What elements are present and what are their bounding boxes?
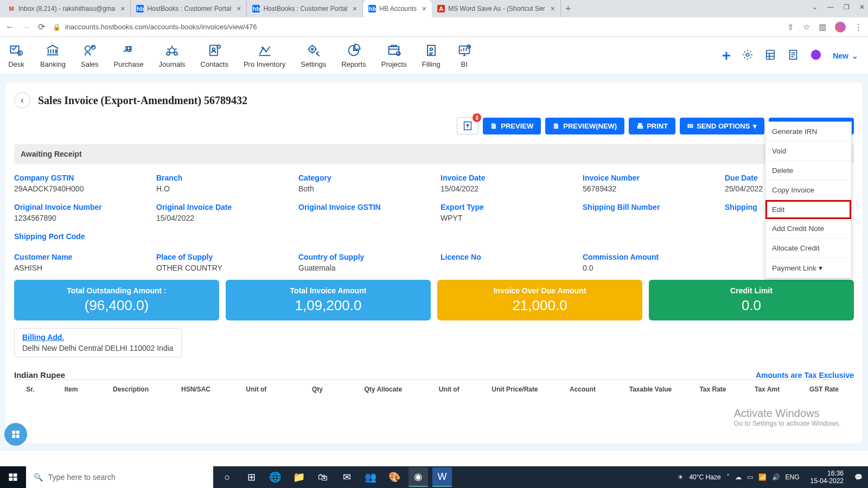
weather-text[interactable]: 40°C Haze	[689, 473, 720, 481]
close-icon[interactable]: ×	[120, 4, 125, 13]
taskbar-clock[interactable]: 16:36 15-04-2022	[805, 470, 849, 485]
tab-hostbooks-2[interactable]: hb HostBooks : Customer Portal ×	[247, 0, 363, 17]
nav-settings[interactable]: Settings	[301, 43, 326, 68]
nav-reports[interactable]: Reports	[341, 43, 366, 68]
close-icon[interactable]: ×	[551, 4, 555, 13]
start-button[interactable]	[0, 466, 26, 488]
sales-icon	[81, 43, 98, 58]
close-window-icon[interactable]: ✕	[859, 3, 865, 11]
tab-hostbooks-1[interactable]: hb HostBooks : Customer Portal ×	[131, 0, 247, 17]
nav-purchase[interactable]: Purchase	[114, 43, 144, 68]
volume-icon[interactable]: 🔊	[772, 473, 780, 481]
menu-delete[interactable]: Delete	[765, 161, 851, 181]
battery-icon[interactable]: ▭	[747, 473, 753, 481]
field-branch: BranchH.O	[156, 174, 285, 193]
tray-up-icon[interactable]: ˄	[726, 473, 730, 481]
menu-payment-link[interactable]: Payment Link ▾	[765, 258, 851, 278]
nav-banking[interactable]: Banking	[40, 43, 66, 68]
svg-point-5	[169, 48, 174, 53]
attachment-badge: 0	[473, 113, 481, 122]
nav-projects[interactable]: Projects	[381, 43, 407, 68]
new-dropdown[interactable]: New ⌄	[833, 52, 858, 60]
explorer-icon[interactable]: 📁	[289, 467, 309, 487]
lang-indicator[interactable]: ENG	[786, 473, 800, 481]
document-icon[interactable]	[787, 49, 799, 63]
mail-icon[interactable]: ✉	[337, 467, 356, 487]
taskbar-search[interactable]: 🔍 Type here to search	[26, 466, 213, 488]
reading-list-icon[interactable]: ▥	[819, 22, 826, 32]
wifi-icon[interactable]: 📶	[758, 473, 767, 481]
forward-icon[interactable]: →	[22, 22, 30, 32]
new-badge-icon[interactable]	[810, 49, 822, 63]
store-icon[interactable]: 🛍	[313, 467, 333, 487]
dropdown-icon[interactable]: ⌄	[812, 3, 818, 11]
kebab-menu-icon[interactable]: ⋮	[854, 22, 863, 32]
system-tray: ☀ 40°C Haze ˄ ☁ ▭ 📶 🔊 ENG 16:36 15-04-20…	[672, 470, 868, 485]
cortana-icon[interactable]: ○	[218, 467, 237, 487]
back-icon[interactable]: ←	[5, 22, 14, 32]
windows-icon	[8, 472, 18, 482]
close-icon[interactable]: ×	[422, 4, 426, 13]
share-icon[interactable]: ⇪	[787, 22, 794, 32]
close-icon[interactable]: ×	[353, 4, 357, 13]
menu-edit[interactable]: Edit	[765, 200, 851, 219]
field-orig-invoice-number: Original Invoice Number1234567890	[14, 203, 143, 222]
reload-icon[interactable]: ⟳	[38, 22, 45, 32]
tab-hb-accounts[interactable]: hb HB Accounts ×	[363, 0, 432, 17]
search-icon: 🔍	[34, 473, 43, 481]
nav-label: Contacts	[201, 60, 228, 68]
nav-label: Journals	[158, 60, 185, 68]
nav-contacts[interactable]: Contacts	[201, 43, 228, 68]
nav-desk[interactable]: Desk	[8, 43, 25, 68]
send-options-button[interactable]: ✉ SEND OPTIONS ▾	[680, 118, 764, 134]
field-invoice-number: Invoice Number56789432	[583, 174, 712, 193]
nav-pro-inventory[interactable]: Pro Inventory	[244, 43, 285, 68]
summary-row: Total Outstanding Amount : (96,400.0) To…	[14, 280, 854, 320]
preview-button[interactable]: 🗎 PREVIEW	[483, 118, 541, 134]
svg-rect-28	[9, 473, 13, 477]
nav-filling[interactable]: Filling	[422, 43, 441, 68]
app-toolbar: Desk Banking Sales Purchase Journals Con…	[0, 37, 868, 75]
calculator-icon[interactable]	[764, 49, 776, 63]
tab-word-save[interactable]: A MS Word Save As - (Shortcut Ser ×	[432, 0, 561, 17]
menu-copy-invoice[interactable]: Copy Invoice	[765, 181, 851, 200]
page-back-button[interactable]: ‹	[14, 92, 30, 108]
onedrive-icon[interactable]: ☁	[735, 473, 742, 481]
notifications-icon[interactable]: 💬	[854, 473, 863, 481]
minimize-icon[interactable]: ―	[827, 3, 834, 11]
gear-icon[interactable]	[742, 49, 754, 63]
weather-icon[interactable]: ☀	[678, 473, 684, 481]
profile-avatar[interactable]	[835, 22, 846, 33]
teams-icon[interactable]: 👥	[361, 467, 380, 487]
nav-journals[interactable]: Journals	[158, 43, 185, 68]
paint-icon[interactable]: 🎨	[385, 467, 404, 487]
preview-new-button[interactable]: 🗎 PREVIEW(NEW)	[545, 118, 624, 134]
nav-bi[interactable]: BI	[456, 43, 473, 68]
tab-gmail[interactable]: M Inbox (8,214) - rakshithasu@gma ×	[2, 0, 131, 17]
close-icon[interactable]: ×	[237, 4, 241, 13]
nav-label: Banking	[40, 60, 66, 68]
bi-icon	[456, 43, 473, 58]
menu-add-credit-note[interactable]: Add Credit Note	[765, 219, 851, 239]
svg-rect-29	[14, 473, 17, 477]
chrome-icon[interactable]: ◉	[409, 467, 428, 487]
menu-void[interactable]: Void	[765, 142, 851, 161]
print-icon: 🖶	[636, 122, 643, 130]
nav-sales[interactable]: Sales	[81, 43, 99, 68]
menu-generate-irn[interactable]: Generate IRN	[765, 122, 851, 142]
new-label: New	[833, 52, 848, 60]
maximize-icon[interactable]: ❐	[844, 3, 850, 11]
bookmark-icon[interactable]: ☆	[803, 22, 810, 32]
new-tab-button[interactable]: +	[565, 3, 571, 15]
plus-icon[interactable]: +	[722, 47, 731, 65]
chat-widget-button[interactable]	[4, 423, 27, 446]
url-input[interactable]: 🔒 inaccounts.hostbooks.com/accounts-book…	[53, 23, 780, 31]
attachment-button[interactable]: 0	[457, 117, 478, 134]
menu-allocate-credit[interactable]: Allocate Credit	[765, 239, 851, 258]
edge-icon[interactable]: 🌐	[265, 467, 285, 487]
task-view-icon[interactable]: ⊞	[241, 467, 261, 487]
field-place-of-supply: Place of SupplyOTHER COUNTRY	[156, 253, 285, 272]
tab-label: HostBooks : Customer Portal	[147, 5, 231, 12]
print-button[interactable]: 🖶 PRINT	[629, 118, 675, 134]
word-icon[interactable]: W	[432, 467, 452, 487]
